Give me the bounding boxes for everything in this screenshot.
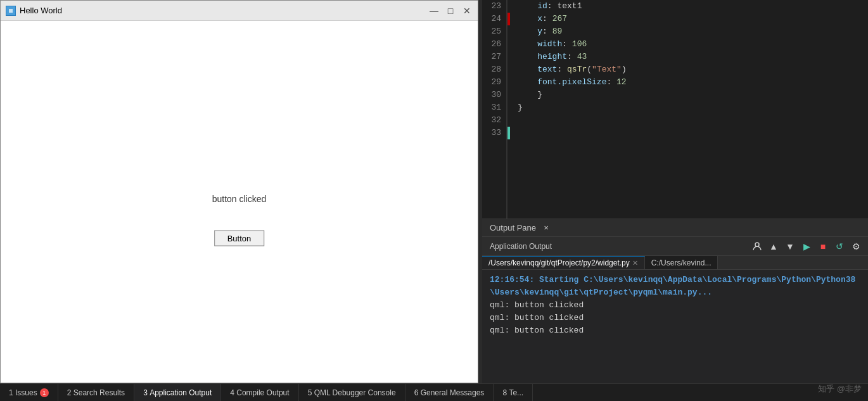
code-line-32: } [518,101,860,114]
output-tab-widget[interactable]: /Users/kevinqq/git/qtProject/py2/widget.… [482,256,645,269]
bottom-tab-general-label: General Messages [421,388,485,397]
line-num-26: 26 [487,38,501,51]
window-controls: — □ ✕ [428,5,473,16]
button-clicked-text: button clicked [212,194,267,204]
bottom-tab-search-label: Search Results [73,388,125,397]
line-num-29: 29 [487,76,501,89]
minimize-button[interactable]: — [428,5,440,16]
bottom-tab-compile-label: Compile Output [236,388,289,397]
line-num-23: 23 [487,0,501,13]
toolbar-down-icon[interactable]: ▼ [783,239,797,253]
bottom-tab-compile[interactable]: 4 Compile Output [221,384,298,401]
code-line-27: height: 43 [518,51,860,63]
output-line-5: qml: button clicked [490,324,860,337]
toolbar-run-icon[interactable]: ▶ [800,239,814,253]
code-line-30: } [518,89,860,101]
bottom-tab-issues-label: Issues [15,388,37,397]
code-line-24: x: 267 [518,13,860,25]
bottom-tab-appoutput-label: Application Output [150,388,212,397]
bottom-tab-te[interactable]: 8 Te... [494,384,533,401]
output-line-3: qml: button clicked [490,299,860,312]
bottom-tabbar: 1 Issues 1 2 Search Results 3 Applicatio… [0,383,868,401]
tab-widget-label: /Users/kevinqq/git/qtProject/py2/widget.… [488,258,630,267]
code-line-28: text: qsTr("Text") [518,63,860,76]
code-line-29: font.pixelSize: 12 [518,76,860,89]
toolbar-rerun-icon[interactable]: ↺ [833,239,846,253]
main-area: Hello World — □ ✕ button clicked Button … [0,0,868,383]
app-icon [6,6,16,16]
bottom-tab-qml-num: 5 [308,388,312,397]
toolbar-up-icon[interactable]: ▲ [767,239,781,253]
bottom-tab-issues[interactable]: 1 Issues 1 [0,384,58,401]
line-num-27: 27 [487,51,501,63]
tab-main-label: C:/Users/kevind... [651,258,712,267]
bottom-tab-te-label: Te... [509,388,523,397]
code-line-25: y: 89 [518,25,860,38]
app-window: Hello World — □ ✕ button clicked Button [0,0,478,383]
tab-widget-close[interactable]: ✕ [632,259,638,267]
line-numbers: 23 24 25 26 27 28 29 30 31 32 33 [482,0,507,219]
bottom-tab-search[interactable]: 2 Search Results [58,384,134,401]
toolbar-person-icon[interactable] [750,239,764,253]
code-line-26: width: 106 [518,38,860,51]
line-num-24: 24 [487,13,501,25]
output-tab-main[interactable]: C:/Users/kevind... [645,256,718,269]
line-num-30: 30 [487,89,501,101]
bottom-tab-general-num: 6 [414,388,419,397]
bottom-tab-qml[interactable]: 5 QML Debugger Console [299,384,405,401]
output-tabs: /Users/kevinqq/git/qtProject/py2/widget.… [482,256,868,270]
line-num-33: 33 [487,127,501,139]
close-button[interactable]: ✕ [461,5,473,16]
code-editor: 23 24 25 26 27 28 29 30 31 32 33 [482,0,868,219]
output-content: 12:16:54: Starting C:\Users\kevinqq\AppD… [482,270,868,383]
bottom-tab-qml-label: QML Debugger Console [314,388,396,397]
output-toolbar: Application Output ▲ ▼ ▶ ■ ↺ ⚙ [482,237,868,256]
maximize-button[interactable]: □ [445,5,456,16]
bottom-tab-appoutput-num: 3 [143,388,148,397]
bottom-tab-search-num: 2 [67,388,72,397]
output-toolbar-label: Application Output [487,242,748,251]
svg-point-2 [755,243,759,246]
bottom-tab-te-num: 8 [502,388,507,397]
output-pane-title: Output Pane [490,223,536,232]
line-num-31: 31 [487,101,501,114]
app-content: button clicked Button [1,21,478,383]
code-line-23: id: text1 [518,0,860,13]
toolbar-settings-icon[interactable]: ⚙ [849,239,863,253]
output-pane: Output Pane ✕ Application Output ▲ ▼ ▶ ■… [482,219,868,383]
app-title: Hello World [20,6,62,15]
output-line-4: qml: button clicked [490,312,860,324]
code-lines[interactable]: id: text1 x: 267 y: 89 width: 106 height… [510,0,868,219]
bottom-tab-general[interactable]: 6 General Messages [405,384,494,401]
line-num-32: 32 [487,114,501,127]
right-panel: 23 24 25 26 27 28 29 30 31 32 33 [482,0,868,383]
toolbar-stop-icon[interactable]: ■ [816,239,830,253]
line-num-28: 28 [487,63,501,76]
bottom-tab-compile-num: 4 [230,388,234,397]
output-line-1: 12:16:54: Starting C:\Users\kevinqq\AppD… [490,274,860,286]
svg-rect-1 [9,9,13,13]
app-titlebar: Hello World — □ ✕ [1,1,478,21]
output-line-2: \Users\kevinqq\git\qtProject\pyqml\main.… [490,286,860,299]
bottom-tab-issues-num: 1 [9,388,13,397]
output-pane-titlebar: Output Pane ✕ [482,219,868,237]
output-pane-close-button[interactable]: ✕ [541,223,551,233]
line-num-25: 25 [487,25,501,38]
titlebar-left: Hello World [6,6,62,16]
bottom-tab-appoutput[interactable]: 3 Application Output [134,384,221,401]
hello-world-button[interactable]: Button [214,230,265,246]
issues-badge: 1 [40,388,49,397]
